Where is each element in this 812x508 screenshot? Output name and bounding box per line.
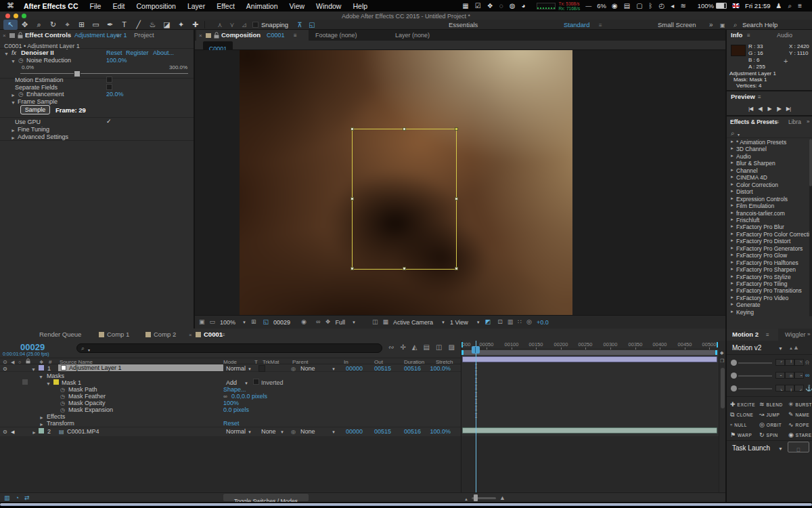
horizontal-scrollbar[interactable] (0, 503, 812, 506)
tab-comp1[interactable]: Comp 1 (107, 331, 129, 338)
motion-button-rope[interactable]: ∿ROPE (788, 421, 812, 429)
camera-caret[interactable]: ▼ (441, 319, 445, 326)
layer1-duration-bar[interactable] (462, 356, 717, 362)
track-mask-icon[interactable]: ⊿ (238, 20, 250, 30)
unlock-icon[interactable] (214, 32, 219, 39)
time-machine-icon[interactable]: ◴ (659, 2, 665, 9)
motion-slider-knob[interactable] (731, 373, 737, 379)
effects-category-label[interactable]: FxFactory Pro Stylize (736, 274, 791, 280)
tab-effect-controls-label[interactable]: Effect Controls (25, 32, 71, 39)
effects-category-label[interactable]: Channel (736, 167, 758, 174)
workspace-standard[interactable]: Standard (564, 22, 590, 28)
effects-category-label[interactable]: FxFactory Pro Color Correction (736, 231, 812, 238)
playhead-line[interactable] (476, 341, 476, 492)
trkmat-caret-icon[interactable]: ▼ (280, 429, 284, 436)
tab-wiggler[interactable]: Wiggler (785, 331, 806, 338)
view-caret[interactable]: ▼ (476, 319, 480, 326)
trash-button[interactable]: ⎕ (788, 442, 809, 452)
tab-motion2[interactable]: Motion 2 ≡ (727, 329, 778, 341)
effects-category-label[interactable]: Keying (736, 309, 754, 316)
layer-name[interactable]: Adjustment Layer 1 (69, 365, 122, 371)
rotation-tool-icon[interactable]: ↻ (46, 20, 60, 30)
work-area-bar[interactable] (461, 350, 719, 356)
effects-category-item[interactable]: ►Audio (727, 153, 812, 160)
notification-center-icon[interactable]: ≡ (798, 2, 802, 9)
pen-tool-icon[interactable]: ✒ (103, 20, 117, 30)
twirl-right-icon[interactable]: ► (11, 127, 16, 134)
transform-group-label[interactable]: Transform (47, 420, 74, 427)
brush-tool-icon[interactable]: ╱ (131, 20, 145, 30)
enhancement-value[interactable]: 20.0% (106, 91, 124, 98)
twirl-right-icon[interactable]: ► (730, 161, 734, 165)
twirl-right-icon[interactable]: ► (730, 232, 734, 236)
twirl-down-icon[interactable]: ▼ (4, 50, 9, 58)
search-caret-icon[interactable]: ▾ (738, 131, 740, 138)
pie-chart-icon[interactable]: ◕ (521, 2, 525, 9)
spotlight-icon[interactable]: ⌕ (788, 2, 792, 9)
twirl-right-icon[interactable]: ► (730, 310, 734, 314)
use-gpu-check[interactable]: ✓ (106, 118, 112, 125)
mask-expansion-row[interactable]: ◷ Mask Expansion 0.0 pixels (0, 406, 461, 412)
creative-cloud-icon[interactable]: ❖ (487, 2, 493, 9)
tab-audio[interactable]: Audio (777, 32, 792, 39)
bluetooth-icon[interactable]: ᛒ (649, 2, 653, 9)
parent-dropdown[interactable]: None (300, 428, 315, 435)
panel-menu-icon[interactable]: ≡ (747, 32, 750, 39)
effects-category-label[interactable]: Audio (736, 153, 751, 160)
twirl-right-icon[interactable]: ► (730, 260, 734, 264)
motion-button-warp[interactable]: ⚑WARP (730, 431, 758, 439)
effects-search-row[interactable]: ⌕ ▾ (727, 127, 812, 138)
todo-app-icon[interactable]: ☑ (475, 2, 481, 9)
mask-lock-box[interactable] (22, 379, 28, 385)
out-value[interactable]: 00515 (364, 428, 391, 435)
menubar-clock[interactable]: Fri 21:59 (745, 3, 771, 9)
twirl-right-icon[interactable]: ► (32, 429, 37, 436)
motion-slider-knob[interactable] (731, 360, 737, 366)
effects-list-scrollbar[interactable] (809, 139, 812, 316)
frame-blend-icon[interactable]: ◫ (436, 343, 442, 351)
stopwatch-icon[interactable]: ◷ (18, 57, 24, 64)
region-of-interest-icon[interactable]: ◱ (263, 318, 269, 326)
effects-category-item[interactable]: ►3D Channel (727, 146, 812, 152)
transform-reset-link[interactable]: Reset (223, 420, 240, 427)
motion-button-clone[interactable]: ⧉CLONE (730, 410, 758, 419)
close-panel-icon[interactable]: × (199, 32, 202, 39)
grid-guides-icon[interactable]: ⊡ (497, 318, 503, 326)
mask-edge-handle[interactable] (455, 197, 458, 200)
mask-color-chip[interactable] (53, 379, 59, 385)
panel-menu-icon[interactable]: ≡ (294, 32, 297, 39)
menu-item-view[interactable]: View (290, 3, 305, 9)
grid-app-icon[interactable]: ▦ (462, 2, 468, 9)
mode-dropdown[interactable]: Normal (226, 428, 246, 435)
track-camera-icon[interactable]: ⋏ (214, 20, 226, 30)
tab-composition-label[interactable]: Composition (221, 32, 261, 39)
layer-color-chip[interactable] (39, 428, 44, 433)
effects-category-label[interactable]: Expression Controls (736, 196, 788, 203)
duration-value[interactable]: 00516 (394, 365, 421, 372)
tab-info[interactable]: Info ≡ (727, 30, 765, 41)
effects-category-label[interactable]: FxFactory Pro Distort (736, 238, 790, 245)
next-frame-button[interactable]: |▶ (777, 106, 781, 112)
magnification-caret[interactable]: ▼ (242, 319, 246, 326)
effects-category-item[interactable]: ►Keying (727, 309, 812, 316)
workspace-essentials[interactable]: Essentials (449, 22, 478, 28)
trkmat-empty-box[interactable] (258, 365, 265, 372)
effects-category-item[interactable]: ►FxFactory Pro Color Correction (727, 231, 812, 238)
notes-icon[interactable]: ▤ (624, 2, 630, 9)
motion-button-blend[interactable]: ≋BLEND (759, 400, 787, 408)
layer-row-2[interactable]: ⊙ ◀ ► 2 ▤ C0001.MP4 Normal ▼ None ▼ ◎ No… (0, 427, 461, 434)
twirl-down-icon[interactable]: ▼ (11, 99, 16, 106)
tab-c0001-active[interactable]: × C0001 ≡ (187, 329, 229, 341)
menu-item-file[interactable]: File (90, 3, 102, 9)
pixel-aspect-icon[interactable]: ◩ (485, 318, 491, 326)
layer-row-1[interactable]: ⊙ ▼ 1 Adjustment Layer 1 Normal ▼ ◎ None… (0, 364, 461, 372)
search-icon[interactable]: ⌕ (731, 129, 735, 137)
globe-icon[interactable]: ◉ (612, 2, 618, 9)
effects-category-label[interactable]: Frischluft (736, 217, 759, 224)
anchor-grid-button[interactable]: ⌞ (775, 385, 785, 391)
effects-category-label[interactable]: * Animation Presets (736, 139, 786, 146)
effect-register-link[interactable]: Register (126, 49, 149, 56)
motion-button-spin[interactable]: ↻SPIN (759, 431, 787, 439)
unlock-icon[interactable] (18, 32, 23, 39)
motion-estimation-checkbox[interactable] (106, 77, 112, 83)
